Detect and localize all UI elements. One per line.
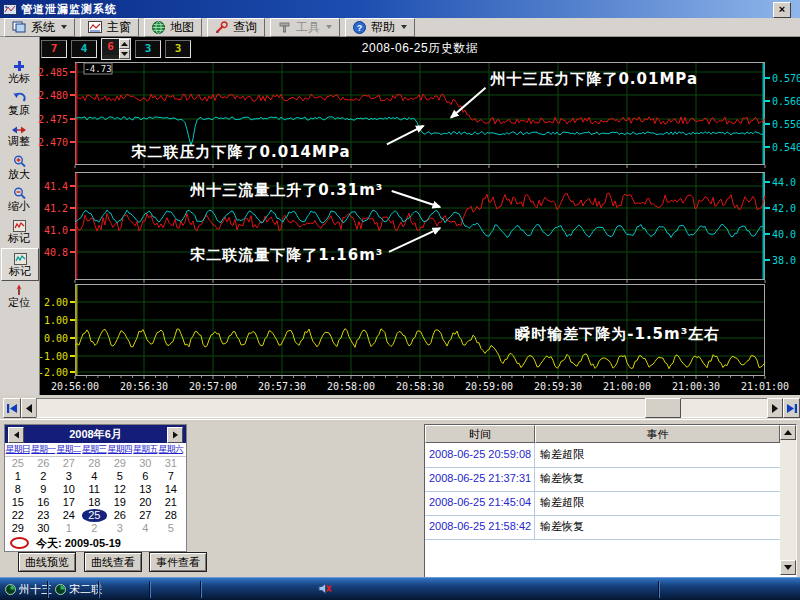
calendar-day[interactable]: 18	[82, 496, 108, 509]
pen-count-box-5[interactable]: 3	[165, 40, 191, 58]
tool-cursor-cross-button[interactable]: 光标	[1, 56, 37, 87]
calendar-day[interactable]: 29	[5, 522, 31, 535]
calendar-day[interactable]: 23	[31, 509, 57, 522]
calendar-day[interactable]: 8	[5, 483, 31, 496]
pen-count-box-2[interactable]: 4	[71, 40, 97, 58]
table-row[interactable]: 2008-06-25 21:37:31输差恢复	[425, 467, 780, 492]
calendar-day[interactable]: 2	[82, 522, 108, 535]
calendar-day[interactable]: 27	[56, 457, 82, 470]
calendar-day[interactable]: 16	[31, 496, 57, 509]
scroll-prev-button[interactable]	[21, 398, 37, 418]
pen-count-spinner[interactable]: 6	[101, 38, 131, 60]
tool-locate-button[interactable]: 定位	[1, 280, 37, 311]
tool-mark-red-button[interactable]: 标记	[1, 216, 37, 247]
today-ellipse-icon	[10, 537, 29, 549]
menu-button-1[interactable]: 系统	[4, 18, 75, 37]
chart-workspace	[0, 37, 800, 395]
speaker-muted-button[interactable]	[318, 582, 332, 595]
menu-button-2[interactable]: 主窗	[80, 18, 139, 37]
tool-zoom-in-button[interactable]: 放大	[1, 152, 37, 183]
station-dot-icon	[5, 584, 16, 595]
scroll-first-button[interactable]	[3, 398, 21, 418]
menu-button-6[interactable]: ?帮助	[345, 18, 415, 37]
calendar-day[interactable]: 26	[31, 457, 57, 470]
scrollbar-down-button[interactable]	[780, 560, 796, 575]
table-row[interactable]: 2008-06-25 20:59:08输差超限	[425, 443, 780, 468]
calendar-prev-month-button[interactable]	[8, 427, 24, 443]
scrollbar-up-button[interactable]	[780, 425, 796, 440]
calendar-month-label: 2008年6月	[69, 427, 122, 442]
menu-button-4[interactable]: 查询	[207, 18, 265, 37]
spin-down-button[interactable]	[119, 49, 130, 59]
calendar-day[interactable]: 2	[31, 470, 57, 483]
calendar-day[interactable]: 14	[158, 483, 184, 496]
event-time-cell: 2008-06-25 21:58:42	[425, 515, 535, 539]
calendar-day[interactable]: 30	[31, 522, 57, 535]
calendar-day[interactable]: 4	[133, 522, 159, 535]
tool-mark-teal-button[interactable]: 标记	[1, 248, 39, 281]
calendar-next-month-button[interactable]	[167, 427, 183, 443]
calendar-day[interactable]: 27	[133, 509, 159, 522]
pen-count-box-1[interactable]: 7	[41, 40, 67, 58]
calendar-day[interactable]: 10	[56, 483, 82, 496]
pen-count-box-4[interactable]: 3	[135, 40, 161, 58]
calendar-day[interactable]: 3	[56, 470, 82, 483]
calendar-week-row: 293012345	[5, 522, 186, 535]
calendar-day[interactable]: 31	[158, 457, 184, 470]
bottom-panel: 2008年6月星期日星期一星期二星期三星期四星期五星期六252627282930…	[0, 419, 800, 578]
table-row[interactable]: 2008-06-25 21:45:04输差超限	[425, 491, 780, 516]
tool-undo-button[interactable]: 复原	[1, 88, 37, 119]
calendar-day[interactable]: 11	[82, 483, 108, 496]
spin-up-button[interactable]	[119, 39, 130, 49]
close-button[interactable]: ×	[773, 2, 791, 18]
calendar-day[interactable]: 26	[107, 509, 133, 522]
calendar-day[interactable]: 20	[133, 496, 159, 509]
calendar-day[interactable]: 1	[56, 522, 82, 535]
calendar-day[interactable]: 13	[133, 483, 159, 496]
calendar-today-row[interactable]: 今天: 2009-05-19	[5, 535, 186, 551]
calendar-day[interactable]: 1	[5, 470, 31, 483]
calendar-day[interactable]: 3	[107, 522, 133, 535]
status-separator	[658, 581, 660, 598]
calendar-day[interactable]: 5	[107, 470, 133, 483]
cursor-cross-icon	[13, 60, 25, 72]
calendar-day[interactable]: 5	[158, 522, 184, 535]
calendar-day[interactable]: 17	[56, 496, 82, 509]
calendar-day[interactable]: 29	[107, 457, 133, 470]
tool-adjust-button[interactable]: 调整	[1, 120, 37, 151]
panel-button-2[interactable]: 曲线查看	[84, 552, 142, 572]
event-table-header-time[interactable]: 时间	[425, 425, 535, 443]
calendar-day-selected[interactable]: 25	[82, 509, 108, 522]
calendar-day[interactable]: 19	[107, 496, 133, 509]
zoom-in-icon	[13, 155, 26, 168]
calendar-day[interactable]: 30	[133, 457, 159, 470]
tool-zoom-out-button[interactable]: 缩小	[1, 184, 37, 215]
calendar-day[interactable]: 7	[158, 470, 184, 483]
event-table-scrollbar[interactable]	[780, 425, 796, 575]
event-table-header-event[interactable]: 事件	[535, 425, 780, 443]
event-name-cell: 输差超限	[535, 491, 780, 515]
menu-button-3[interactable]: 地图	[144, 18, 202, 37]
table-row[interactable]: 2008-06-25 21:58:42输差恢复	[425, 515, 780, 540]
calendar-day[interactable]: 12	[107, 483, 133, 496]
menu-label: 系统	[31, 19, 55, 36]
calendar-day[interactable]: 9	[31, 483, 57, 496]
event-name-cell: 输差恢复	[535, 515, 780, 539]
panel-button-3[interactable]: 事件查看	[149, 552, 207, 572]
calendar-day[interactable]: 21	[158, 496, 184, 509]
scroll-last-button[interactable]	[783, 398, 800, 418]
calendar-day[interactable]: 4	[82, 470, 108, 483]
application-window: 管道泄漏监测系统 × 系统主窗地图查询工具?帮助 光标复原调整放大缩小标记标记定…	[0, 0, 800, 600]
calendar-day[interactable]: 22	[5, 509, 31, 522]
calendar-day[interactable]: 28	[82, 457, 108, 470]
calendar-day[interactable]: 24	[56, 509, 82, 522]
calendar-day[interactable]: 28	[158, 509, 184, 522]
scroll-next-button[interactable]	[767, 398, 783, 418]
menu-button-5[interactable]: 工具	[270, 18, 340, 37]
calendar-day[interactable]: 6	[133, 470, 159, 483]
panel-button-1[interactable]: 曲线预览	[18, 552, 76, 572]
calendar-day[interactable]: 15	[5, 496, 31, 509]
scroll-thumb[interactable]	[645, 398, 681, 418]
calendar-day[interactable]: 25	[5, 457, 31, 470]
tool-label: 标记	[8, 232, 30, 244]
